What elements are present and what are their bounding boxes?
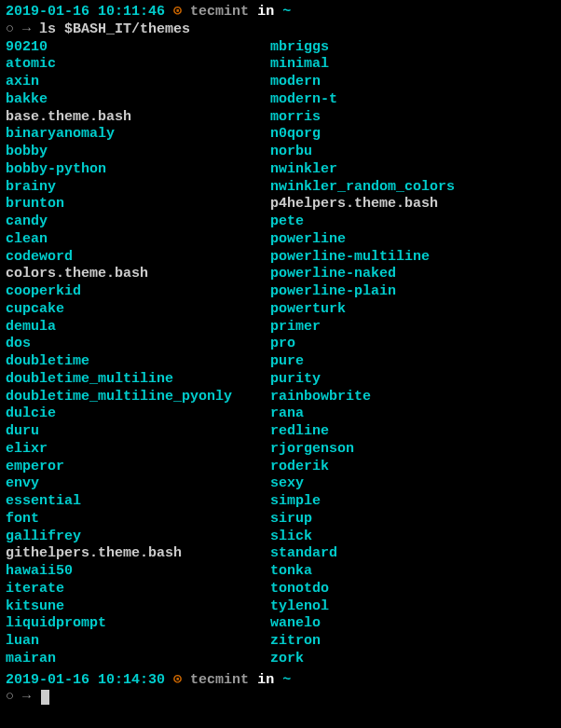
- listing-item: atomic: [6, 56, 270, 74]
- listing-item: norbu: [270, 144, 555, 161]
- listing-item: nwinkler: [270, 161, 555, 179]
- listing-item: powerline-multiline: [270, 249, 555, 267]
- prompt-line-2: 2019-01-16 10:14:30 ⊙ tecmint in ~: [6, 672, 555, 690]
- listing-item: simple: [270, 493, 555, 511]
- listing-item: powerline: [270, 231, 555, 249]
- listing-item: brunton: [6, 196, 270, 213]
- listing-item: envy: [6, 475, 270, 493]
- listing-item: powerline-plain: [270, 283, 555, 301]
- listing-item: doubletime_multiline: [6, 371, 270, 389]
- listing-item: minimal: [270, 56, 555, 74]
- listing-item: rainbowbrite: [270, 389, 555, 406]
- listing-item: base.theme.bash: [6, 109, 270, 127]
- listing-item: duru: [6, 423, 270, 441]
- listing-item: cooperkid: [6, 283, 270, 301]
- listing-item: primer: [270, 319, 555, 337]
- prompt-arrow-icon: →: [22, 21, 31, 37]
- prompt-circle-icon: ○: [6, 689, 14, 705]
- listing-item: sirup: [270, 511, 555, 529]
- listing-item: wanelo: [270, 615, 555, 633]
- listing-item: demula: [6, 319, 270, 337]
- command-text: ls $BASH_IT/themes: [39, 21, 190, 37]
- listing-item: p4helpers.theme.bash: [270, 196, 555, 213]
- listing-item: codeword: [6, 249, 270, 267]
- listing-item: roderik: [270, 459, 555, 476]
- listing-item: clean: [6, 231, 270, 249]
- prompt-line-1: 2019-01-16 10:11:46 ⊙ tecmint in ~: [6, 4, 555, 21]
- prompt-circle-icon: ○: [6, 21, 14, 37]
- ls-output: 90210atomicaxinbakkebase.theme.bashbinar…: [6, 39, 555, 668]
- prompt-arrow-icon: →: [22, 689, 31, 705]
- clock-icon: ⊙: [173, 672, 182, 688]
- listing-item: colors.theme.bash: [6, 266, 270, 283]
- listing-item: brainy: [6, 179, 270, 197]
- listing-item: nwinkler_random_colors: [270, 179, 555, 197]
- listing-item: n0qorg: [270, 126, 555, 144]
- listing-item: modern: [270, 74, 555, 91]
- listing-item: bobby-python: [6, 161, 270, 179]
- listing-item: standard: [270, 545, 555, 563]
- listing-item: elixr: [6, 441, 270, 459]
- in-text: in: [257, 4, 274, 20]
- listing-item: zork: [270, 651, 555, 668]
- listing-item: powerline-naked: [270, 266, 555, 283]
- timestamp: 2019-01-16 10:11:46: [6, 4, 165, 20]
- command-line-2[interactable]: ○ →: [6, 689, 555, 707]
- listing-item: bakke: [6, 91, 270, 109]
- listing-item: gallifrey: [6, 529, 270, 546]
- path: ~: [282, 672, 291, 688]
- listing-item: iterate: [6, 581, 270, 598]
- listing-item: dos: [6, 336, 270, 353]
- listing-item: 90210: [6, 39, 270, 57]
- listing-item: kitsune: [6, 598, 270, 616]
- listing-item: pro: [270, 336, 555, 353]
- listing-item: doubletime: [6, 353, 270, 371]
- listing-item: emperor: [6, 459, 270, 476]
- listing-item: axin: [6, 74, 270, 91]
- listing-item: doubletime_multiline_pyonly: [6, 389, 270, 406]
- listing-item: mbriggs: [270, 39, 555, 57]
- clock-icon: ⊙: [173, 4, 182, 20]
- listing-item: zitron: [270, 633, 555, 651]
- listing-item: bobby: [6, 144, 270, 161]
- listing-item: powerturk: [270, 301, 555, 319]
- listing-item: rana: [270, 405, 555, 423]
- listing-item: purity: [270, 371, 555, 389]
- listing-item: githelpers.theme.bash: [6, 545, 270, 563]
- username: tecmint: [190, 4, 257, 20]
- path: ~: [282, 4, 291, 20]
- listing-item: essential: [6, 493, 270, 511]
- listing-item: redline: [270, 423, 555, 441]
- listing-item: tonka: [270, 563, 555, 581]
- listing-column-2: mbriggsminimalmodernmodern-tmorrisn0qorg…: [270, 39, 555, 668]
- listing-item: candy: [6, 213, 270, 231]
- username: tecmint: [190, 672, 257, 688]
- in-text: in: [257, 672, 274, 688]
- listing-item: morris: [270, 109, 555, 127]
- listing-item: pete: [270, 213, 555, 231]
- listing-item: luan: [6, 633, 270, 651]
- listing-item: dulcie: [6, 405, 270, 423]
- listing-item: hawaii50: [6, 563, 270, 581]
- listing-item: cupcake: [6, 301, 270, 319]
- listing-item: liquidprompt: [6, 615, 270, 633]
- listing-item: font: [6, 511, 270, 529]
- listing-item: modern-t: [270, 91, 555, 109]
- command-line-1[interactable]: ○ → ls $BASH_IT/themes: [6, 21, 555, 39]
- listing-item: tylenol: [270, 598, 555, 616]
- listing-item: mairan: [6, 651, 270, 668]
- listing-item: slick: [270, 529, 555, 546]
- listing-column-1: 90210atomicaxinbakkebase.theme.bashbinar…: [6, 39, 270, 668]
- listing-item: binaryanomaly: [6, 126, 270, 144]
- listing-item: pure: [270, 353, 555, 371]
- listing-item: sexy: [270, 475, 555, 493]
- cursor: [41, 690, 49, 705]
- listing-item: tonotdo: [270, 581, 555, 598]
- timestamp: 2019-01-16 10:14:30: [6, 672, 165, 688]
- listing-item: rjorgenson: [270, 441, 555, 459]
